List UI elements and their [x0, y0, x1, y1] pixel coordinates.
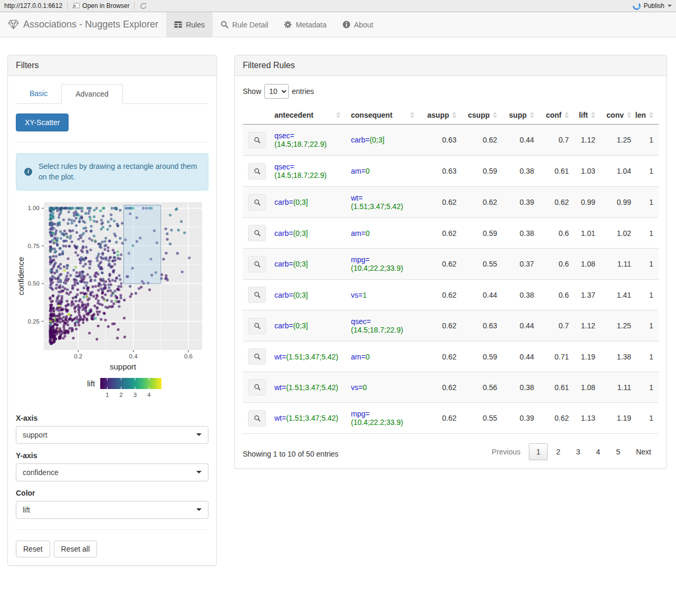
table-row: wt=(1.51;3.47;5.42)mpg=(10.4;22.2;33.9)0… [243, 403, 659, 434]
inspect-rule-button[interactable] [248, 410, 266, 427]
tab-about[interactable]: About [335, 12, 382, 37]
sort-arrows-icon[interactable] [336, 112, 340, 118]
sort-arrows-icon[interactable] [452, 112, 456, 118]
rule-attribute: carb= [351, 136, 369, 144]
sort-arrows-icon[interactable] [493, 112, 497, 118]
lift-cell: 1.03 [574, 156, 601, 187]
svg-text:3: 3 [134, 392, 137, 398]
antecedent-cell: carb=(0;3] [269, 280, 346, 310]
inspect-rule-button[interactable] [248, 132, 266, 148]
rule-value: (0;3] [293, 291, 308, 299]
search-icon [254, 291, 261, 298]
app-brand: Associations - Nuggets Explorer [0, 12, 166, 37]
column-header-csupp[interactable]: csupp [462, 106, 502, 125]
page-button-1[interactable]: 1 [529, 443, 548, 460]
tab-basic[interactable]: Basic [16, 84, 61, 104]
scatter-plot[interactable]: 0.250.500.751.000.20.40.6supportconfiden… [16, 198, 208, 406]
conv-cell: 1.25 [601, 125, 636, 156]
svg-text:0.25: 0.25 [28, 318, 40, 324]
column-header-asupp[interactable]: asupp [420, 106, 462, 125]
column-label: consequent [351, 111, 393, 119]
column-header-lift[interactable]: lift [574, 106, 601, 125]
reset-button[interactable]: Reset [16, 541, 50, 557]
asupp-cell: 0.62 [420, 403, 462, 434]
inspect-rule-button[interactable] [248, 287, 266, 303]
column-header-conv[interactable]: conv [601, 106, 636, 125]
tab-rule-detail[interactable]: Rule Detail [213, 12, 276, 37]
asupp-cell: 0.62 [420, 249, 462, 280]
column-header-len[interactable]: len [636, 106, 659, 125]
rule-attribute: qsec= [351, 317, 371, 326]
inspect-rule-button[interactable] [248, 256, 266, 272]
column-header-consequent[interactable]: consequent [346, 106, 420, 125]
open-in-browser-button[interactable]: Open in Browser [72, 2, 129, 10]
tab-rules[interactable]: Rules [166, 12, 213, 37]
conf-cell: 0.61 [539, 156, 574, 187]
refresh-button[interactable] [139, 2, 147, 10]
inspect-rule-button[interactable] [248, 318, 266, 334]
rule-attribute: wt= [351, 194, 363, 202]
column-header-supp[interactable]: supp [502, 106, 539, 125]
page-length-select[interactable]: 10 [264, 84, 289, 99]
csupp-cell: 0.44 [462, 280, 502, 310]
y-axis-label: Y-axis [16, 451, 208, 460]
publish-caret-icon[interactable] [668, 5, 672, 7]
column-header-antecedent[interactable]: antecedent [269, 106, 346, 125]
sort-arrows-icon[interactable] [565, 112, 569, 118]
next-page-button[interactable]: Next [629, 443, 659, 460]
filtered-rules-title: Filtered Rules [235, 55, 667, 76]
x-axis-select[interactable]: support [16, 426, 208, 444]
supp-cell: 0.44 [502, 342, 539, 372]
brush-selection [123, 205, 160, 283]
scatter-plot-svg[interactable]: 0.250.500.751.000.20.40.6supportconfiden… [16, 198, 204, 405]
inspect-rule-button[interactable] [248, 194, 266, 211]
y-axis-select[interactable]: confidence [16, 463, 208, 481]
column-label: len [635, 111, 646, 119]
tab-metadata[interactable]: Metadata [276, 12, 334, 37]
asupp-cell: 0.62 [420, 280, 462, 310]
entries-label: entries [292, 87, 314, 96]
inspect-rule-button[interactable] [248, 163, 266, 179]
supp-cell: 0.38 [502, 218, 539, 249]
len-cell: 1 [636, 125, 659, 156]
rule-attribute: vs= [351, 383, 363, 392]
main-nav: Rules Rule Detail Metadata About [166, 12, 381, 37]
sort-arrows-icon[interactable] [530, 112, 534, 118]
publish-button[interactable]: Publish [644, 2, 664, 10]
sort-arrows-icon[interactable] [410, 112, 414, 118]
color-select[interactable]: lift [16, 501, 208, 519]
column-label: antecedent [274, 111, 313, 119]
inspect-rule-button[interactable] [248, 348, 266, 365]
asupp-cell: 0.62 [420, 187, 462, 218]
sort-arrows-icon[interactable] [649, 112, 653, 118]
rule-value: (1.51;3.47;5.42) [286, 383, 338, 392]
rule-attribute: wt= [274, 414, 286, 422]
csupp-cell: 0.56 [462, 372, 502, 403]
rule-value: (1.51;3.47;5.42) [351, 202, 403, 211]
page-button-5[interactable]: 5 [608, 443, 627, 460]
xy-scatter-button[interactable]: XY-Scatter [16, 113, 69, 131]
page-button-4[interactable]: 4 [589, 443, 608, 460]
consequent-cell: vs=1 [346, 280, 420, 310]
search-icon [254, 353, 261, 360]
sort-arrows-icon[interactable] [627, 112, 631, 118]
consequent-cell: qsec=(14.5;18.7;22.9) [346, 310, 420, 342]
rule-attribute: am= [351, 167, 366, 175]
page-button-3[interactable]: 3 [569, 443, 588, 460]
column-header-conf[interactable]: conf [539, 106, 574, 125]
inspect-rule-button[interactable] [248, 225, 266, 241]
svg-text:1.00: 1.00 [28, 205, 40, 211]
tab-advanced[interactable]: Advanced [61, 84, 122, 104]
previous-page-button[interactable]: Previous [484, 443, 528, 460]
page-button-2[interactable]: 2 [549, 443, 568, 460]
sort-arrows-icon[interactable] [591, 112, 595, 118]
inspect-rule-button[interactable] [248, 379, 266, 395]
supp-cell: 0.39 [502, 187, 539, 218]
table-row: carb=(0;3]vs=10.620.440.380.61.371.411 [243, 280, 659, 310]
supp-cell: 0.38 [502, 156, 539, 187]
reset-all-button[interactable]: Reset all [54, 541, 97, 557]
supp-cell: 0.39 [502, 403, 539, 434]
csupp-cell: 0.55 [462, 403, 502, 434]
asupp-cell: 0.62 [420, 218, 462, 249]
conv-cell: 1.25 [601, 310, 636, 342]
